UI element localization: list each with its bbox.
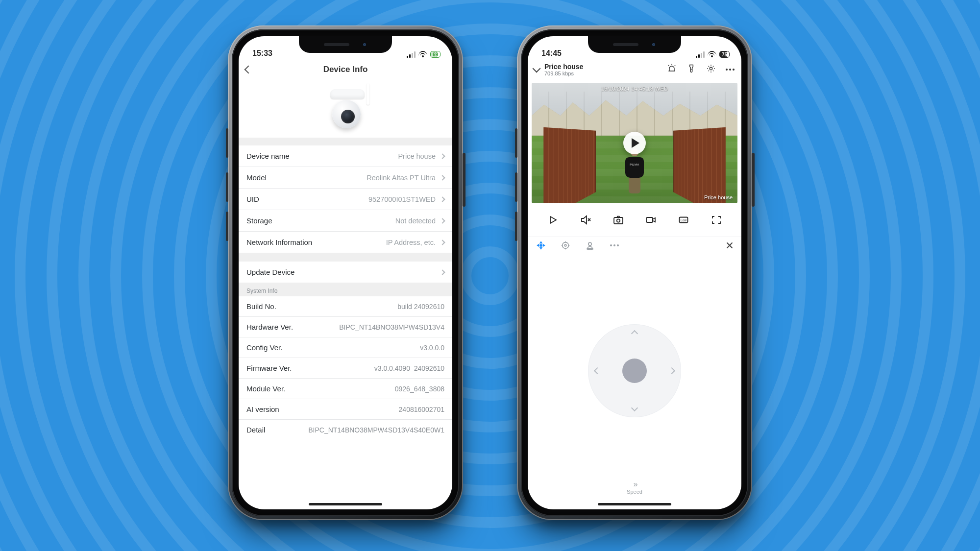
row-config-ver: Config Ver. v3.0.0.0 (239, 337, 452, 358)
flashlight-icon[interactable] (686, 64, 696, 75)
svg-rect-3 (646, 217, 653, 222)
row-build-no: Build No. build 24092610 (239, 296, 452, 316)
ptz-toolbar (528, 237, 741, 257)
play-icon[interactable] (547, 214, 559, 228)
chevron-right-icon (440, 153, 445, 159)
more-tools-icon[interactable] (609, 240, 620, 251)
ptz-knob[interactable] (622, 359, 647, 383)
more-icon[interactable] (726, 69, 735, 71)
wifi-icon (708, 51, 716, 58)
speed-label: Speed (528, 489, 741, 495)
status-time: 15:33 (252, 49, 272, 58)
fast-forward-icon: » (528, 480, 741, 489)
row-model[interactable]: Model Reolink Altas PT Ultra (239, 167, 452, 188)
row-hardware-ver: Hardware Ver. BIPC_NT14BNO38MPW4SD13V4 (239, 316, 452, 337)
row-uid[interactable]: UID 9527000I01ST1WED (239, 188, 452, 210)
ptz-up-icon[interactable] (631, 330, 638, 337)
row-label: Device name (246, 152, 398, 160)
record-icon[interactable] (645, 214, 657, 228)
home-indicator[interactable] (598, 503, 671, 505)
bitrate: 709.85 kbps (544, 71, 662, 77)
camera-name: Price house (544, 63, 662, 71)
status-time: 14:45 (541, 49, 562, 58)
camera-selector[interactable]: Price house 709.85 kbps (544, 63, 662, 77)
overlay-camera-name: Price house (704, 194, 733, 200)
cell-signal-icon (407, 51, 416, 58)
row-storage[interactable]: Storage Not detected (239, 210, 452, 231)
phone-right: 14:45 75 Price house 709.85 kbps (517, 25, 752, 520)
page-title: Device Info (239, 65, 452, 74)
overlay-timestamp: 16/10/2024 14:45:18 WED (601, 86, 668, 92)
ptz-right-icon[interactable] (668, 367, 675, 374)
device-image (239, 79, 452, 145)
fullscreen-icon[interactable] (710, 214, 722, 228)
chevron-right-icon (440, 269, 445, 275)
system-info-header: System Info (239, 283, 452, 296)
chevron-right-icon (440, 196, 445, 202)
live-preview[interactable]: 16/10/2024 14:45:18 WED Price house (532, 83, 737, 203)
notch (588, 36, 681, 53)
svg-point-2 (616, 219, 619, 222)
row-value: Price house (398, 152, 436, 160)
chevron-right-icon (440, 218, 445, 223)
preset-point-icon[interactable] (560, 240, 571, 251)
patrol-icon[interactable] (585, 240, 595, 251)
cell-signal-icon (696, 51, 705, 58)
chevron-right-icon (440, 175, 445, 180)
close-icon[interactable] (726, 241, 734, 249)
row-network[interactable]: Network Information IP Address, etc. (239, 231, 452, 253)
gear-icon[interactable] (706, 64, 716, 75)
play-button[interactable] (623, 132, 646, 154)
row-ai-version: AI version 240816002701 (239, 399, 452, 419)
mute-icon[interactable] (580, 214, 591, 228)
svg-point-9 (588, 242, 591, 245)
nav-bar: Device Info (239, 60, 452, 79)
ptz-icon[interactable] (536, 240, 546, 251)
row-firmware-ver: Firmware Ver. v3.0.0.4090_24092610 (239, 358, 452, 378)
phone-left: 15:33 69 Device Info (228, 25, 463, 520)
svg-point-0 (710, 68, 712, 70)
notch (299, 36, 392, 53)
section-gap (239, 253, 452, 262)
ptz-left-icon[interactable] (594, 367, 601, 374)
svg-rect-1 (614, 217, 623, 224)
row-device-name[interactable]: Device name Price house (239, 145, 452, 167)
svg-text:Low: Low (681, 218, 686, 222)
svg-point-6 (540, 244, 542, 246)
ptz-down-icon[interactable] (631, 405, 638, 411)
chevron-right-icon (440, 240, 445, 245)
device-attributes: Device name Price house Model Reolink Al… (239, 145, 452, 253)
battery-indicator: 75 (719, 51, 730, 58)
chevron-down-icon[interactable] (533, 65, 541, 73)
playback-controls: Low (528, 203, 741, 237)
title-bar: Price house 709.85 kbps (528, 60, 741, 81)
siren-icon[interactable] (667, 64, 677, 75)
row-detail: Detail BIPC_NT14BNO38MPW4SD13V4S40E0W1 (239, 419, 452, 440)
home-indicator[interactable] (309, 503, 382, 505)
person-in-frame (625, 148, 644, 193)
svg-point-8 (563, 242, 569, 248)
row-update-device[interactable]: Update Device (239, 262, 452, 283)
snapshot-icon[interactable] (612, 214, 624, 228)
battery-indicator: 69 (430, 51, 441, 58)
row-module-ver: Module Ver. 0926_648_3808 (239, 378, 452, 399)
system-info-list: Build No. build 24092610 Hardware Ver. B… (239, 296, 452, 440)
svg-point-7 (564, 244, 566, 246)
ptz-joystick[interactable] (588, 324, 681, 417)
wifi-icon (418, 51, 427, 58)
svg-point-10 (587, 248, 593, 249)
quality-low-icon[interactable]: Low (678, 214, 689, 228)
ptz-area (528, 257, 741, 473)
